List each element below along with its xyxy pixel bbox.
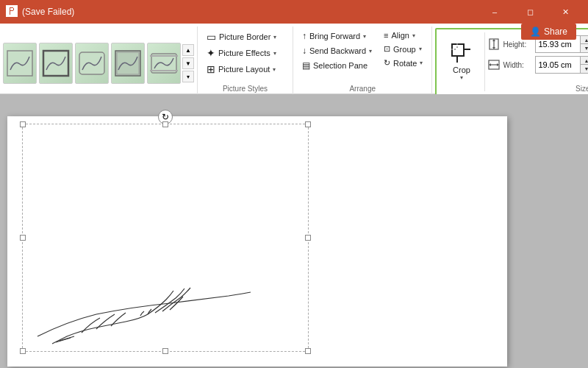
close-button[interactable]: ✕ bbox=[548, 0, 582, 24]
width-spinners: ▲ ▼ bbox=[580, 57, 588, 73]
align-icon: ≡ bbox=[384, 31, 388, 40]
scroll-expand-button[interactable]: ▾ bbox=[182, 71, 194, 82]
style-thumb-4[interactable] bbox=[111, 43, 145, 84]
style-thumb-5[interactable] bbox=[147, 43, 181, 84]
group-icon: ⊡ bbox=[384, 44, 390, 54]
svg-rect-2 bbox=[79, 52, 104, 74]
picture-border-dropdown-icon: ▾ bbox=[273, 34, 276, 40]
title-bar-left: 🅿 (Save Failed) bbox=[6, 5, 74, 18]
picture-layout-button[interactable]: ⊞ Picture Layout ▾ bbox=[204, 62, 287, 77]
svg-rect-0 bbox=[7, 51, 32, 76]
picture-border-button[interactable]: ▭ Picture Border ▾ bbox=[204, 29, 287, 44]
picture-effects-button[interactable]: ✦ Picture Effects ▾ bbox=[204, 46, 287, 60]
picture-format-section: ▭ Picture Border ▾ ✦ Picture Effects ▾ ⊞… bbox=[198, 26, 293, 97]
share-icon: 👤 bbox=[530, 26, 541, 37]
style-thumb-3[interactable] bbox=[75, 43, 109, 84]
height-icon bbox=[488, 38, 500, 50]
svg-rect-8 bbox=[452, 44, 464, 56]
thumbnail-list bbox=[3, 43, 181, 84]
svg-rect-1 bbox=[43, 51, 68, 76]
hand-sketch-image bbox=[23, 204, 258, 351]
crop-dropdown-icon[interactable]: ▾ bbox=[460, 74, 463, 81]
width-label: Width: bbox=[503, 61, 532, 69]
handle-top-left[interactable] bbox=[20, 121, 26, 127]
arrange-section: ↑ Bring Forward ▾ ↓ Send Backward ▾ ▤ Se… bbox=[293, 26, 432, 97]
height-label: Height: bbox=[503, 40, 532, 49]
selection-pane-button[interactable]: ▤ Selection Pane bbox=[299, 59, 375, 72]
picture-border-icon: ▭ bbox=[207, 31, 216, 43]
picture-effects-dropdown-icon: ▾ bbox=[273, 50, 276, 57]
handle-top-mid[interactable] bbox=[162, 121, 168, 127]
picture-layout-icon: ⊞ bbox=[207, 63, 215, 75]
height-input[interactable] bbox=[536, 39, 580, 49]
crop-area: Crop ▾ bbox=[441, 32, 485, 91]
picture-layout-dropdown-icon: ▾ bbox=[273, 66, 276, 73]
picture-styles-section: ▲ ▼ ▾ bbox=[0, 26, 198, 97]
arrange-label: Arrange bbox=[299, 85, 426, 94]
sections-wrapper: ▲ ▼ ▾ ▭ Picture Border ▾ ✦ Picture Effec… bbox=[0, 26, 588, 97]
hand-drawing bbox=[23, 204, 258, 351]
minimize-button[interactable]: – bbox=[478, 0, 512, 24]
restore-button[interactable]: ◻ bbox=[513, 0, 547, 24]
selection-pane-icon: ▤ bbox=[302, 60, 310, 71]
handle-top-right[interactable] bbox=[305, 121, 311, 127]
size-section-label: Size ⊡ bbox=[576, 85, 588, 93]
width-spin-down[interactable]: ▼ bbox=[580, 65, 588, 73]
send-backward-icon: ↓ bbox=[302, 46, 306, 56]
title-bar-controls: – ◻ ✕ bbox=[478, 0, 582, 24]
height-spin-down[interactable]: ▼ bbox=[580, 44, 588, 52]
style-thumb-1[interactable] bbox=[3, 43, 37, 84]
svg-rect-6 bbox=[150, 55, 178, 57]
style-thumb-2[interactable] bbox=[39, 43, 73, 84]
picture-effects-icon: ✦ bbox=[207, 47, 215, 59]
rotate-dropdown-icon: ▾ bbox=[420, 60, 423, 66]
share-area: 👤 Share bbox=[521, 24, 576, 40]
width-row: Width: ▲ ▼ bbox=[488, 56, 588, 74]
thumb-scroll-buttons: ▲ ▼ ▾ bbox=[182, 44, 194, 82]
svg-rect-7 bbox=[150, 70, 178, 71]
slide-canvas: ↻ bbox=[7, 116, 507, 367]
align-button[interactable]: ≡ Align ▾ bbox=[381, 29, 426, 41]
send-backward-button[interactable]: ↓ Send Backward ▾ bbox=[299, 44, 375, 57]
height-spin-up[interactable]: ▲ bbox=[580, 36, 588, 44]
handle-bottom-right[interactable] bbox=[305, 348, 311, 354]
image-selection-box[interactable]: ↻ bbox=[22, 124, 309, 352]
rotate-button[interactable]: ↻ Rotate ▾ bbox=[381, 57, 426, 69]
scroll-up-button[interactable]: ▲ bbox=[182, 44, 194, 56]
width-spin-up[interactable]: ▲ bbox=[580, 57, 588, 65]
size-controls: Height: ▲ ▼ bbox=[485, 32, 588, 91]
title-text: (Save Failed) bbox=[22, 7, 74, 17]
ribbon: ▲ ▼ ▾ ▭ Picture Border ▾ ✦ Picture Effec… bbox=[0, 24, 588, 94]
picture-styles-label: Picture Styles bbox=[204, 85, 287, 94]
group-button[interactable]: ⊡ Group ▾ bbox=[381, 43, 426, 55]
bring-forward-button[interactable]: ↑ Bring Forward ▾ bbox=[299, 29, 375, 43]
width-icon bbox=[488, 59, 500, 71]
svg-rect-3 bbox=[115, 51, 140, 76]
crop-icon bbox=[451, 43, 472, 64]
scroll-down-button[interactable]: ▼ bbox=[182, 57, 194, 69]
bring-forward-icon: ↑ bbox=[302, 31, 306, 41]
handle-right-mid[interactable] bbox=[305, 235, 311, 241]
slide-area: ↻ bbox=[0, 94, 588, 368]
title-bar: 🅿 (Save Failed) – ◻ ✕ bbox=[0, 0, 588, 24]
send-backward-dropdown-icon: ▾ bbox=[369, 48, 372, 54]
share-button[interactable]: 👤 Share bbox=[521, 24, 576, 40]
align-dropdown-icon: ▾ bbox=[412, 32, 415, 39]
app-icon: 🅿 bbox=[6, 5, 18, 18]
crop-label[interactable]: Crop bbox=[453, 66, 470, 74]
rotate-icon: ↻ bbox=[384, 58, 390, 68]
bring-forward-dropdown-icon: ▾ bbox=[363, 33, 366, 40]
width-input[interactable] bbox=[536, 60, 580, 70]
width-input-wrap: ▲ ▼ bbox=[535, 56, 588, 74]
height-spinners: ▲ ▼ bbox=[580, 36, 588, 52]
group-dropdown-icon: ▾ bbox=[419, 46, 422, 52]
